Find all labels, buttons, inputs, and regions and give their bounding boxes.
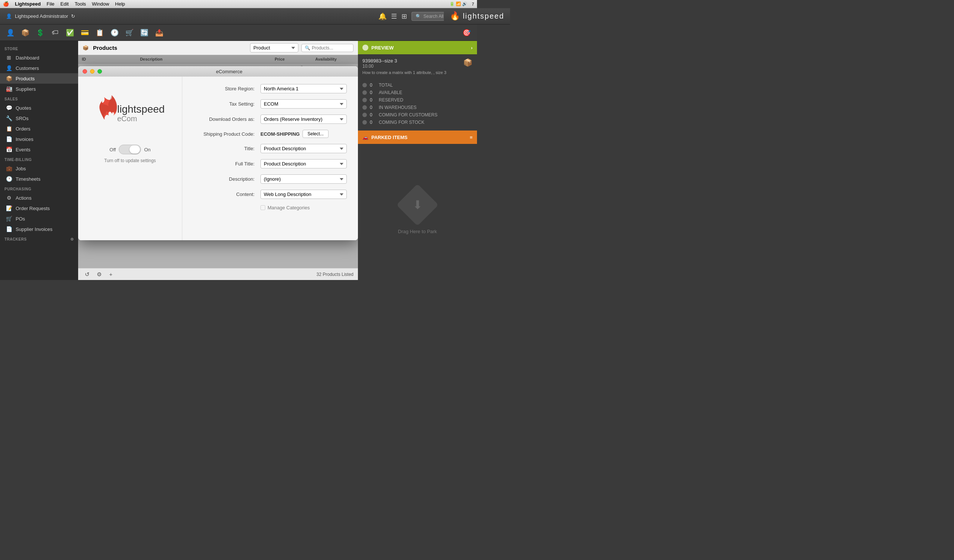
menu-edit[interactable]: Edit [60, 1, 69, 7]
form-row-store-region: Store Region: North America 1 [193, 84, 347, 93]
form-row-description: Description: (Ignore) [193, 174, 347, 184]
toolbar-tags[interactable]: 🏷 [49, 27, 61, 39]
store-region-label: Store Region: [193, 86, 260, 92]
manage-categories-label: Manage Categories [268, 205, 310, 210]
refresh-button[interactable]: ↺ [83, 270, 92, 279]
menu-window[interactable]: Window [92, 1, 109, 7]
download-orders-field: Orders (Reserve Inventory) [260, 115, 347, 124]
sidebar-item-products[interactable]: 📦 Products [0, 73, 78, 84]
sidebar-label-actions: Actions [16, 195, 32, 201]
toolbar-cart[interactable]: 🛒 [123, 27, 136, 39]
inv-coming-customers-label: COMING FOR CUSTOMERS [379, 112, 438, 118]
sidebar-item-suppliers[interactable]: 🏭 Suppliers [0, 84, 78, 94]
add-product-button[interactable]: + [106, 270, 115, 279]
title-field: Product Description [260, 144, 347, 153]
sidebar-section-sales: SALES [0, 94, 78, 103]
menu-list-icon[interactable]: ☰ [391, 12, 397, 20]
inv-warehouses-count: 0 [370, 105, 376, 110]
sidebar-item-orders[interactable]: 📋 Orders [0, 123, 78, 134]
sidebar-item-timesheets[interactable]: 🕐 Timesheets [0, 174, 78, 184]
maximize-button[interactable] [98, 69, 102, 74]
sidebar-item-dashboard[interactable]: ⊞ Dashboard [0, 53, 78, 63]
grid-view-icon[interactable]: ⊞ [401, 12, 407, 20]
toolbar-register[interactable]: 💲 [34, 27, 46, 39]
sidebar-section-trackers: TRACKERS ⚙ [0, 234, 78, 243]
settings-button[interactable]: ⚙ [95, 270, 103, 279]
content-select[interactable]: Web Long Description [260, 190, 347, 199]
logo-flame: 🔥 [450, 11, 460, 21]
toggle-track[interactable] [119, 145, 141, 154]
toolbar-orders[interactable]: 📋 [94, 27, 106, 39]
tax-setting-select[interactable]: ECOM [260, 99, 347, 109]
parked-header: 🚗 PARKED ITEMS ≡ [358, 131, 477, 144]
sidebar-label-jobs: Jobs [16, 166, 26, 171]
minimize-button[interactable] [90, 69, 95, 74]
content-area: 📦 Products Product 🔍 ID Description [78, 41, 358, 280]
logout-icon[interactable]: ↻ [71, 13, 75, 19]
manage-categories-checkbox[interactable] [260, 205, 265, 210]
app-menu-lightspeed[interactable]: Lightspeed [15, 1, 41, 7]
content-field: Web Long Description [260, 190, 347, 199]
toolbar-export[interactable]: 📤 [153, 27, 165, 39]
products-search-input[interactable] [312, 45, 349, 51]
parked-car-icon: 🚗 [362, 135, 368, 140]
sidebar-item-supplier-invoices[interactable]: 📄 Supplier Invoices [0, 224, 78, 234]
toolbar-sync[interactable]: 🔄 [139, 27, 150, 39]
preview-product-id: 9398983--size 3 [362, 58, 397, 64]
right-panel: PREVIEW › 9398983--size 3 10.00 📦 How to… [358, 41, 477, 280]
sidebar-item-customers[interactable]: 👤 Customers [0, 63, 78, 73]
modal-titlebar: eCommerce [78, 66, 358, 76]
inv-available-count: 0 [370, 90, 376, 95]
mac-menubar: 🍎 Lightspeed File Edit Tools Window Help… [0, 0, 477, 8]
menu-help[interactable]: Help [115, 1, 125, 7]
preview-arrow-icon[interactable]: › [471, 45, 472, 51]
sidebar-label-customers: Customers [16, 65, 39, 71]
toolbar-ecommerce[interactable]: 🎯 [461, 27, 472, 39]
inv-coming-customers-dot [362, 113, 367, 117]
trackers-settings-icon[interactable]: ⚙ [70, 237, 74, 241]
form-row-full-title: Full Title: Product Description [193, 159, 347, 168]
sidebar-section-timebilling: TIME-BILLING [0, 155, 78, 163]
sidebar-item-order-requests[interactable]: 📝 Order Requests [0, 203, 78, 213]
description-select[interactable]: (Ignore) [260, 174, 347, 184]
menu-file[interactable]: File [47, 1, 54, 7]
toolbar-payment[interactable]: 💳 [79, 27, 91, 39]
close-button[interactable] [83, 69, 87, 74]
parked-menu-icon[interactable]: ≡ [469, 135, 472, 140]
user-icon: 👤 [6, 13, 12, 19]
sidebar-item-jobs[interactable]: 💼 Jobs [0, 163, 78, 174]
sidebar-item-pos[interactable]: 🛒 POs [0, 213, 78, 224]
svg-text:eCom: eCom [117, 115, 137, 123]
toolbar-products[interactable]: 📦 [19, 27, 31, 39]
toolbar-customers[interactable]: 👤 [5, 27, 16, 39]
sidebar-item-sros[interactable]: 🔧 SROs [0, 113, 78, 123]
product-type-select[interactable]: Product [250, 43, 298, 53]
toolbar-time[interactable]: 🕐 [109, 27, 120, 39]
sidebar-label-invoices: Invoices [16, 137, 33, 142]
main-layout: STORE ⊞ Dashboard 👤 Customers 📦 Products… [0, 41, 477, 280]
lightspeed-logo: lightspeed eCom [89, 92, 171, 126]
form-row-tax-setting: Tax Setting: ECOM [193, 99, 347, 109]
title-select[interactable]: Product Description [260, 144, 347, 153]
full-title-select[interactable]: Product Description [260, 159, 347, 168]
preview-header: PREVIEW › [358, 41, 477, 54]
sidebar-item-actions[interactable]: ⚙ Actions [0, 193, 78, 203]
menu-tools[interactable]: Tools [75, 1, 86, 7]
logo-svg: lightspeed eCom [89, 92, 171, 125]
store-region-select[interactable]: North America 1 [260, 84, 347, 93]
apple-menu[interactable]: 🍎 [3, 1, 9, 7]
shipping-code-label: Shipping Product Code: [193, 131, 260, 137]
inv-total: 0 TOTAL [362, 81, 472, 89]
sidebar-label-pos: POs [16, 216, 25, 222]
sidebar-item-events[interactable]: 📅 Events [0, 144, 78, 155]
sidebar-label-orders: Orders [16, 126, 31, 132]
download-orders-select[interactable]: Orders (Reserve Inventory) [260, 115, 347, 124]
sidebar-item-quotes[interactable]: 💬 Quotes [0, 103, 78, 113]
toolbar-tasks[interactable]: ✅ [64, 27, 76, 39]
sidebar-label-dashboard: Dashboard [16, 55, 39, 61]
select-shipping-button[interactable]: Select... [302, 130, 328, 138]
bell-icon[interactable]: 🔔 [379, 12, 387, 20]
sidebar-item-invoices[interactable]: 📄 Invoices [0, 134, 78, 144]
supplier-invoices-icon: 📄 [6, 226, 12, 232]
inv-total-count: 0 [370, 82, 376, 88]
